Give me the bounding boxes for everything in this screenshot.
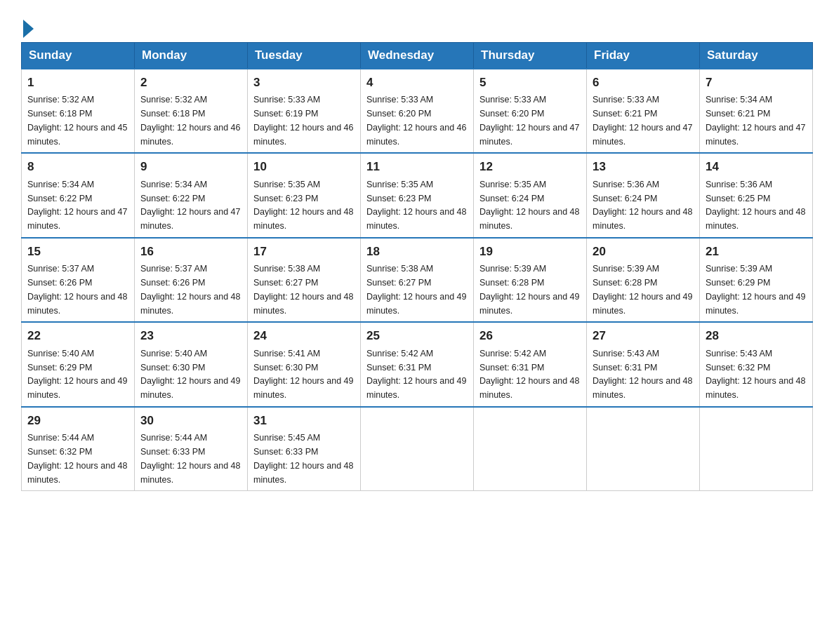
day-info: Sunrise: 5:35 AMSunset: 6:23 PMDaylight:…	[253, 180, 353, 231]
week-row-2: 8 Sunrise: 5:34 AMSunset: 6:22 PMDayligh…	[22, 153, 813, 238]
calendar-cell: 7 Sunrise: 5:34 AMSunset: 6:21 PMDayligh…	[700, 69, 813, 154]
day-number: 4	[366, 74, 468, 92]
day-info: Sunrise: 5:33 AMSunset: 6:20 PMDaylight:…	[366, 95, 466, 146]
day-info: Sunrise: 5:44 AMSunset: 6:32 PMDaylight:…	[27, 433, 127, 484]
calendar-cell: 8 Sunrise: 5:34 AMSunset: 6:22 PMDayligh…	[22, 153, 135, 238]
day-number: 6	[593, 74, 694, 92]
weekday-header-wednesday: Wednesday	[361, 42, 474, 69]
calendar-cell: 4 Sunrise: 5:33 AMSunset: 6:20 PMDayligh…	[361, 69, 474, 154]
day-number: 15	[27, 243, 128, 261]
day-number: 30	[140, 412, 241, 430]
calendar-cell: 20 Sunrise: 5:39 AMSunset: 6:28 PMDaylig…	[587, 238, 700, 323]
calendar-cell: 29 Sunrise: 5:44 AMSunset: 6:32 PMDaylig…	[22, 407, 135, 491]
calendar-cell: 31 Sunrise: 5:45 AMSunset: 6:33 PMDaylig…	[248, 407, 361, 491]
day-number: 10	[253, 158, 355, 176]
weekday-header-sunday: Sunday	[22, 42, 135, 69]
calendar-cell: 10 Sunrise: 5:35 AMSunset: 6:23 PMDaylig…	[248, 153, 361, 238]
day-info: Sunrise: 5:45 AMSunset: 6:33 PMDaylight:…	[253, 433, 353, 484]
weekday-header-saturday: Saturday	[700, 42, 813, 69]
calendar-cell: 24 Sunrise: 5:41 AMSunset: 6:30 PMDaylig…	[248, 322, 361, 407]
calendar-cell: 16 Sunrise: 5:37 AMSunset: 6:26 PMDaylig…	[135, 238, 248, 323]
calendar-cell: 12 Sunrise: 5:35 AMSunset: 6:24 PMDaylig…	[474, 153, 587, 238]
calendar-cell: 17 Sunrise: 5:38 AMSunset: 6:27 PMDaylig…	[248, 238, 361, 323]
week-row-5: 29 Sunrise: 5:44 AMSunset: 6:32 PMDaylig…	[22, 407, 813, 491]
day-info: Sunrise: 5:40 AMSunset: 6:29 PMDaylight:…	[27, 349, 127, 400]
day-info: Sunrise: 5:33 AMSunset: 6:21 PMDaylight:…	[593, 95, 692, 146]
day-number: 17	[253, 243, 355, 261]
calendar-cell: 2 Sunrise: 5:32 AMSunset: 6:18 PMDayligh…	[135, 69, 248, 154]
day-info: Sunrise: 5:38 AMSunset: 6:27 PMDaylight:…	[253, 264, 353, 315]
day-info: Sunrise: 5:32 AMSunset: 6:18 PMDaylight:…	[27, 95, 127, 146]
day-number: 20	[593, 243, 694, 261]
weekday-header-friday: Friday	[587, 42, 700, 69]
weekday-header-monday: Monday	[135, 42, 248, 69]
day-number: 9	[140, 158, 241, 176]
calendar-cell: 1 Sunrise: 5:32 AMSunset: 6:18 PMDayligh…	[22, 69, 135, 154]
weekday-header-tuesday: Tuesday	[248, 42, 361, 69]
day-info: Sunrise: 5:35 AMSunset: 6:24 PMDaylight:…	[479, 180, 579, 231]
calendar-table: SundayMondayTuesdayWednesdayThursdayFrid…	[21, 42, 813, 492]
week-row-4: 22 Sunrise: 5:40 AMSunset: 6:29 PMDaylig…	[22, 322, 813, 407]
day-number: 23	[140, 327, 241, 345]
day-info: Sunrise: 5:36 AMSunset: 6:24 PMDaylight:…	[593, 180, 692, 231]
day-number: 31	[253, 412, 355, 430]
day-number: 19	[479, 243, 581, 261]
day-number: 7	[706, 74, 807, 92]
calendar-cell	[587, 407, 700, 491]
day-number: 2	[140, 74, 241, 92]
day-info: Sunrise: 5:37 AMSunset: 6:26 PMDaylight:…	[140, 264, 240, 315]
day-info: Sunrise: 5:44 AMSunset: 6:33 PMDaylight:…	[140, 433, 240, 484]
calendar-cell: 30 Sunrise: 5:44 AMSunset: 6:33 PMDaylig…	[135, 407, 248, 491]
day-info: Sunrise: 5:42 AMSunset: 6:31 PMDaylight:…	[366, 349, 466, 400]
day-info: Sunrise: 5:34 AMSunset: 6:21 PMDaylight:…	[706, 95, 805, 146]
calendar-cell: 18 Sunrise: 5:38 AMSunset: 6:27 PMDaylig…	[361, 238, 474, 323]
weekday-header-row: SundayMondayTuesdayWednesdayThursdayFrid…	[22, 42, 813, 69]
calendar-cell: 9 Sunrise: 5:34 AMSunset: 6:22 PMDayligh…	[135, 153, 248, 238]
week-row-3: 15 Sunrise: 5:37 AMSunset: 6:26 PMDaylig…	[22, 238, 813, 323]
day-number: 24	[253, 327, 355, 345]
calendar-cell: 19 Sunrise: 5:39 AMSunset: 6:28 PMDaylig…	[474, 238, 587, 323]
calendar-cell	[361, 407, 474, 491]
day-info: Sunrise: 5:43 AMSunset: 6:31 PMDaylight:…	[593, 349, 692, 400]
logo-general-text	[21, 14, 34, 38]
day-info: Sunrise: 5:34 AMSunset: 6:22 PMDaylight:…	[140, 180, 240, 231]
day-number: 5	[479, 74, 581, 92]
day-number: 12	[479, 158, 581, 176]
week-row-1: 1 Sunrise: 5:32 AMSunset: 6:18 PMDayligh…	[22, 69, 813, 154]
calendar-cell: 11 Sunrise: 5:35 AMSunset: 6:23 PMDaylig…	[361, 153, 474, 238]
calendar-cell: 14 Sunrise: 5:36 AMSunset: 6:25 PMDaylig…	[700, 153, 813, 238]
day-number: 13	[593, 158, 694, 176]
day-info: Sunrise: 5:38 AMSunset: 6:27 PMDaylight:…	[366, 264, 466, 315]
logo-arrow-icon	[23, 20, 34, 38]
calendar-cell: 26 Sunrise: 5:42 AMSunset: 6:31 PMDaylig…	[474, 322, 587, 407]
day-number: 29	[27, 412, 128, 430]
day-info: Sunrise: 5:32 AMSunset: 6:18 PMDaylight:…	[140, 95, 240, 146]
calendar-cell: 23 Sunrise: 5:40 AMSunset: 6:30 PMDaylig…	[135, 322, 248, 407]
day-info: Sunrise: 5:33 AMSunset: 6:19 PMDaylight:…	[253, 95, 353, 146]
calendar-cell	[700, 407, 813, 491]
calendar-cell	[474, 407, 587, 491]
day-number: 8	[27, 158, 128, 176]
day-info: Sunrise: 5:42 AMSunset: 6:31 PMDaylight:…	[479, 349, 579, 400]
page-header	[21, 14, 813, 35]
day-info: Sunrise: 5:39 AMSunset: 6:28 PMDaylight:…	[593, 264, 692, 315]
day-number: 21	[706, 243, 807, 261]
day-number: 16	[140, 243, 241, 261]
calendar-cell: 22 Sunrise: 5:40 AMSunset: 6:29 PMDaylig…	[22, 322, 135, 407]
day-number: 3	[253, 74, 355, 92]
calendar-cell: 3 Sunrise: 5:33 AMSunset: 6:19 PMDayligh…	[248, 69, 361, 154]
day-info: Sunrise: 5:39 AMSunset: 6:29 PMDaylight:…	[706, 264, 805, 315]
calendar-cell: 15 Sunrise: 5:37 AMSunset: 6:26 PMDaylig…	[22, 238, 135, 323]
day-number: 25	[366, 327, 468, 345]
calendar-cell: 27 Sunrise: 5:43 AMSunset: 6:31 PMDaylig…	[587, 322, 700, 407]
day-info: Sunrise: 5:40 AMSunset: 6:30 PMDaylight:…	[140, 349, 240, 400]
calendar-cell: 28 Sunrise: 5:43 AMSunset: 6:32 PMDaylig…	[700, 322, 813, 407]
day-info: Sunrise: 5:36 AMSunset: 6:25 PMDaylight:…	[706, 180, 805, 231]
day-info: Sunrise: 5:39 AMSunset: 6:28 PMDaylight:…	[479, 264, 579, 315]
day-number: 26	[479, 327, 581, 345]
day-number: 14	[706, 158, 807, 176]
calendar-cell: 5 Sunrise: 5:33 AMSunset: 6:20 PMDayligh…	[474, 69, 587, 154]
day-info: Sunrise: 5:34 AMSunset: 6:22 PMDaylight:…	[27, 180, 127, 231]
calendar-cell: 25 Sunrise: 5:42 AMSunset: 6:31 PMDaylig…	[361, 322, 474, 407]
day-info: Sunrise: 5:33 AMSunset: 6:20 PMDaylight:…	[479, 95, 579, 146]
